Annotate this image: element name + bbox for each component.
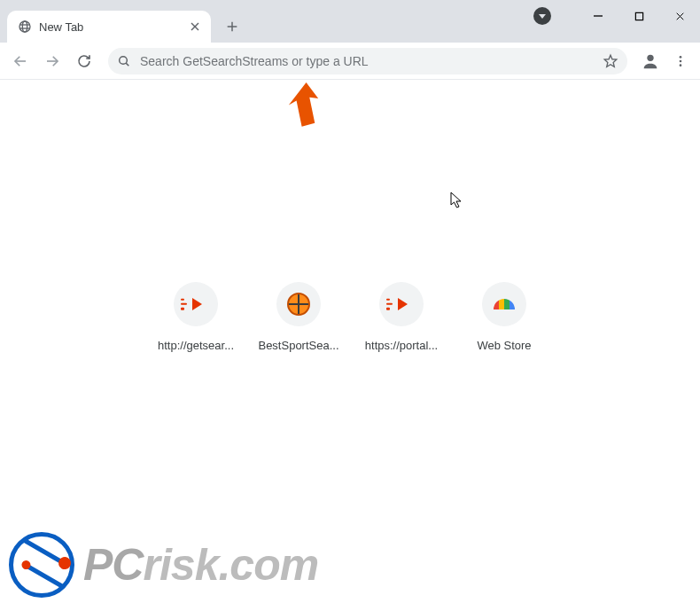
arrow-right-icon <box>44 53 60 69</box>
back-button[interactable] <box>7 48 34 74</box>
webstore-icon <box>494 299 515 309</box>
tab-title: New Tab <box>39 20 181 34</box>
svg-marker-22 <box>451 192 461 208</box>
svg-point-20 <box>680 64 682 67</box>
play-icon <box>398 298 408 310</box>
shortcut-tile[interactable]: BestSportSea... <box>258 282 339 352</box>
forward-button[interactable] <box>39 48 66 74</box>
bookmark-star-icon[interactable] <box>603 53 618 69</box>
shortcut-tile[interactable]: https://portal... <box>361 282 442 352</box>
close-icon[interactable] <box>188 20 202 34</box>
svg-point-1 <box>22 21 27 32</box>
address-bar[interactable] <box>108 48 627 74</box>
profile-button[interactable] <box>638 49 663 74</box>
globe-icon <box>18 20 32 34</box>
shortcut-label: Web Store <box>477 339 531 352</box>
plus-icon <box>225 20 239 34</box>
new-tab-content: http://getsear... BestSportSea... https:… <box>0 80 700 603</box>
menu-button[interactable] <box>668 49 693 74</box>
shortcut-tile[interactable]: http://getsear... <box>155 282 237 352</box>
watermark-prefix: PC <box>83 540 143 590</box>
minimize-icon <box>593 11 603 21</box>
reload-button[interactable] <box>71 48 97 74</box>
toolbar <box>0 43 700 80</box>
shortcut-favicon <box>482 282 526 326</box>
watermark: PCrisk.com <box>9 532 318 598</box>
svg-point-17 <box>647 54 653 60</box>
maximize-icon <box>634 12 644 21</box>
arrow-left-icon <box>12 53 28 69</box>
browser-tab[interactable]: New Tab <box>7 11 211 43</box>
svg-rect-9 <box>635 12 642 20</box>
basketball-icon <box>287 293 310 316</box>
svg-point-14 <box>120 56 128 64</box>
svg-marker-21 <box>286 81 319 129</box>
window-controls <box>533 0 700 32</box>
minimize-button[interactable] <box>578 0 618 32</box>
annotation-arrow-icon <box>278 80 319 129</box>
watermark-suffix: risk.com <box>143 540 318 590</box>
new-tab-button[interactable] <box>220 14 245 39</box>
search-icon <box>117 54 131 68</box>
shortcut-label: https://portal... <box>365 339 438 352</box>
reload-icon <box>76 53 92 69</box>
watermark-text: PCrisk.com <box>83 539 318 591</box>
svg-point-0 <box>19 21 30 32</box>
close-icon <box>674 11 686 22</box>
shortcut-tile[interactable]: Web Store <box>463 282 545 352</box>
shortcut-label: BestSportSea... <box>258 339 338 352</box>
shortcuts-row: http://getsear... BestSportSea... https:… <box>155 282 545 352</box>
svg-point-19 <box>680 59 682 62</box>
play-icon <box>192 298 202 310</box>
shortcut-favicon <box>379 282 424 326</box>
extension-badge[interactable] <box>533 7 551 25</box>
shortcut-favicon <box>276 282 321 326</box>
cursor-icon <box>450 192 463 209</box>
shortcut-favicon <box>174 282 218 326</box>
svg-point-18 <box>680 56 682 59</box>
shortcut-label: http://getsear... <box>158 339 234 352</box>
search-input[interactable] <box>140 54 594 68</box>
window-titlebar: New Tab <box>0 0 700 43</box>
watermark-logo-icon <box>9 532 74 598</box>
svg-marker-16 <box>604 55 617 67</box>
person-icon <box>641 51 660 71</box>
svg-line-15 <box>126 63 128 66</box>
window-close-button[interactable] <box>659 0 700 32</box>
maximize-button[interactable] <box>618 0 659 32</box>
kebab-icon <box>673 54 688 68</box>
